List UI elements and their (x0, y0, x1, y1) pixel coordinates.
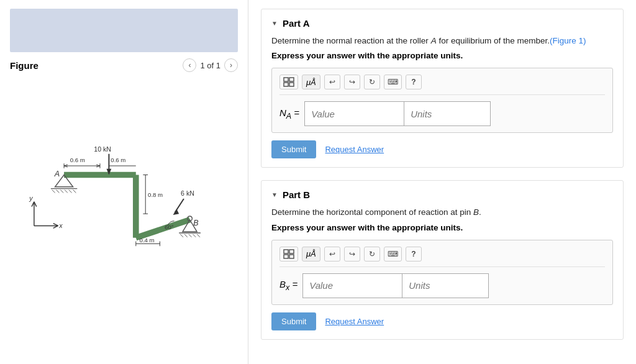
svg-line-17 (65, 190, 68, 193)
svg-line-25 (184, 234, 188, 237)
svg-line-27 (193, 234, 196, 237)
svg-text:6 kN: 6 kN (181, 189, 194, 197)
svg-rect-57 (289, 83, 294, 86)
part-a-toolbar: μÅ ↩ ↪ ↻ ⌨ ? (279, 75, 605, 95)
redo-button-a[interactable]: ↪ (344, 75, 360, 89)
part-b-instruction: Express your answer with the appropriate… (271, 223, 613, 232)
right-panel: ▼ Part A Determine the normal reaction a… (248, 0, 636, 364)
figure-placeholder (10, 9, 238, 52)
question-icon-b: ? (411, 250, 416, 258)
part-b-header: ▼ Part B (271, 189, 613, 200)
part-a-input-row: NA = (279, 101, 605, 126)
undo-icon-b: ↩ (329, 250, 335, 258)
part-b-value-input[interactable] (302, 273, 402, 298)
part-a-units-input[interactable] (404, 101, 491, 126)
svg-line-19 (73, 190, 76, 193)
svg-rect-54 (284, 78, 288, 81)
part-b-units-input[interactable] (402, 273, 489, 298)
nav-count: 1 of 1 (200, 61, 220, 70)
next-button[interactable]: › (224, 58, 238, 72)
svg-text:A: A (54, 170, 60, 178)
part-a-section: ▼ Part A Determine the normal reaction a… (261, 9, 624, 168)
redo-icon-b: ↪ (349, 250, 355, 258)
part-a-answer-box: μÅ ↩ ↪ ↻ ⌨ ? NA = (271, 68, 613, 133)
keyboard-icon-b: ⌨ (388, 250, 398, 258)
left-panel: Figure ‹ 1 of 1 › y x A (0, 0, 248, 364)
grid-icon-b (283, 249, 294, 259)
svg-rect-58 (284, 250, 288, 253)
refresh-icon-a: ↻ (369, 78, 375, 86)
svg-line-14 (52, 190, 55, 193)
refresh-icon-b: ↻ (369, 250, 375, 258)
part-a-submit-button[interactable]: Submit (271, 140, 316, 158)
redo-button-b[interactable]: ↪ (344, 247, 360, 262)
part-b-answer-box: μÅ ↩ ↪ ↻ ⌨ ? Bx = (271, 240, 613, 305)
figure-label: Figure (10, 60, 39, 71)
part-b-action-row: Submit Request Answer (271, 312, 613, 330)
svg-rect-56 (284, 83, 288, 86)
part-b-submit-button[interactable]: Submit (271, 312, 316, 330)
part-a-header: ▼ Part A (271, 18, 613, 29)
svg-text:y: y (29, 194, 33, 202)
svg-rect-59 (289, 250, 294, 253)
svg-line-16 (60, 190, 63, 193)
svg-text:0.8 m: 0.8 m (148, 191, 163, 198)
undo-button-a[interactable]: ↩ (324, 75, 340, 89)
mu-button-b[interactable]: μÅ (302, 247, 320, 262)
part-a-equation-label: NA = (279, 107, 299, 121)
svg-line-24 (180, 234, 183, 237)
svg-text:60°: 60° (165, 224, 174, 230)
svg-line-10 (136, 220, 190, 238)
part-a-request-answer[interactable]: Request Answer (325, 145, 384, 154)
svg-line-28 (197, 234, 200, 237)
svg-text:x: x (58, 222, 63, 229)
svg-rect-60 (284, 255, 288, 258)
svg-line-18 (69, 190, 72, 193)
part-b-request-answer[interactable]: Request Answer (325, 317, 384, 326)
svg-line-15 (57, 190, 60, 193)
keyboard-button-a[interactable]: ⌨ (384, 75, 402, 89)
undo-icon-a: ↩ (329, 78, 335, 86)
grid-icon-a (283, 77, 294, 87)
help-button-b[interactable]: ? (406, 247, 422, 262)
diagram-svg: y x A B (10, 82, 238, 250)
part-a-title: Part A (283, 18, 310, 29)
part-a-description: Determine the normal reaction at the rol… (271, 35, 613, 47)
keyboard-icon-a: ⌨ (388, 78, 398, 86)
prev-button[interactable]: ‹ (183, 58, 196, 72)
part-b-toolbar: μÅ ↩ ↪ ↻ ⌨ ? (279, 247, 605, 267)
svg-rect-61 (289, 255, 294, 258)
figure-diagram: y x A B (0, 76, 248, 364)
help-button-a[interactable]: ? (406, 75, 422, 89)
part-a-value-input[interactable] (304, 101, 404, 126)
part-a-toggle[interactable]: ▼ (271, 20, 278, 27)
svg-rect-55 (289, 78, 294, 81)
svg-text:0.6 m: 0.6 m (111, 157, 125, 163)
figure-header: Figure ‹ 1 of 1 › (0, 52, 248, 76)
refresh-button-a[interactable]: ↻ (364, 75, 380, 89)
svg-text:0.4 m: 0.4 m (140, 237, 155, 243)
refresh-button-b[interactable]: ↻ (364, 247, 380, 262)
part-b-section: ▼ Part B Determine the horizontal compon… (261, 180, 624, 339)
grid-icon-button-b[interactable] (279, 247, 298, 262)
part-b-input-row: Bx = (279, 273, 605, 298)
question-icon-a: ? (411, 78, 416, 86)
mu-button-a[interactable]: μÅ (302, 75, 320, 89)
undo-button-b[interactable]: ↩ (324, 247, 340, 262)
part-b-title: Part B (283, 189, 310, 200)
svg-line-26 (189, 234, 192, 237)
svg-text:10 kN: 10 kN (94, 145, 111, 153)
part-a-instruction: Express your answer with the appropriate… (271, 51, 613, 60)
part-b-equation-label: Bx = (279, 279, 298, 292)
grid-icon-button-a[interactable] (279, 75, 298, 89)
svg-text:0.6 m: 0.6 m (70, 157, 85, 163)
part-b-toggle[interactable]: ▼ (271, 191, 278, 198)
redo-icon-a: ↪ (349, 78, 355, 86)
figure-nav: ‹ 1 of 1 › (183, 58, 238, 72)
figure-1-link[interactable]: (Figure 1) (550, 36, 586, 45)
part-a-action-row: Submit Request Answer (271, 140, 613, 158)
part-b-description: Determine the horizontal component of re… (271, 206, 613, 219)
keyboard-button-b[interactable]: ⌨ (384, 247, 402, 262)
